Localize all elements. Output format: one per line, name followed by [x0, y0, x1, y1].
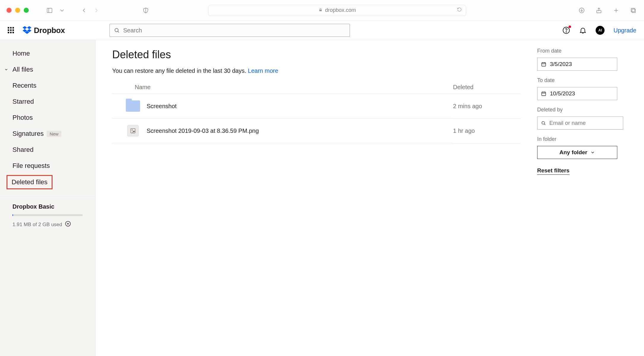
- in-folder-value: Any folder: [559, 149, 587, 156]
- search-input[interactable]: [123, 27, 345, 34]
- chevron-down-icon[interactable]: [58, 6, 66, 15]
- column-header-name[interactable]: Name: [112, 81, 453, 94]
- plan-summary: Dropbox Basic 1.91 MB of 2 GB used: [0, 197, 95, 235]
- to-date-label: To date: [537, 77, 633, 84]
- reload-icon[interactable]: [457, 7, 462, 13]
- upgrade-link[interactable]: Upgrade: [613, 27, 636, 34]
- window-minimize-button[interactable]: [15, 8, 20, 13]
- deleted-time: 2 mins ago: [453, 94, 521, 119]
- to-date-input[interactable]: 10/5/2023: [537, 87, 617, 100]
- from-date-input[interactable]: 3/5/2023: [537, 58, 617, 71]
- global-search[interactable]: [110, 24, 350, 37]
- svg-line-29: [544, 124, 545, 125]
- page-subtitle: You can restore any file deleted in the …: [112, 67, 521, 74]
- sidebar-item-file-requests[interactable]: File requests: [0, 158, 95, 174]
- chevron-down-icon: [590, 150, 595, 155]
- calendar-icon: [541, 62, 546, 67]
- sidebar-item-recents[interactable]: Recents: [0, 78, 95, 94]
- calendar-icon: [541, 91, 546, 96]
- dropbox-logo[interactable]: Dropbox: [23, 26, 65, 35]
- app-header: Dropbox AI Upgrade: [0, 21, 644, 40]
- address-bar[interactable]: dropbox.com: [208, 5, 466, 16]
- avatar[interactable]: AI: [596, 26, 605, 35]
- search-icon: [541, 120, 546, 126]
- learn-more-link[interactable]: Learn more: [248, 67, 278, 74]
- sidebar-item-label: All files: [12, 66, 33, 73]
- svg-line-12: [118, 31, 119, 33]
- folder-icon: [126, 100, 140, 112]
- from-date-value: 3/5/2023: [550, 61, 572, 67]
- deleted-by-input[interactable]: [537, 116, 623, 130]
- svg-point-14: [566, 32, 567, 32]
- deleted-time: 1 hr ago: [453, 119, 521, 143]
- back-button[interactable]: [80, 6, 88, 15]
- new-tab-icon[interactable]: [612, 6, 620, 15]
- file-name: Screenshot 2019-09-03 at 8.36.59 PM.png: [147, 127, 259, 134]
- help-icon[interactable]: [562, 26, 570, 34]
- storage-bar: [12, 214, 83, 216]
- svg-rect-9: [632, 9, 635, 12]
- column-header-deleted[interactable]: Deleted: [453, 81, 521, 94]
- app-launcher-icon[interactable]: [8, 27, 14, 34]
- image-file-icon: [127, 125, 139, 136]
- forward-button[interactable]: [92, 6, 101, 15]
- deleted-files-table: Name Deleted Screenshot 2 mins ago: [112, 81, 521, 144]
- sidebar-item-starred[interactable]: Starred: [0, 94, 95, 110]
- deleted-by-field[interactable]: [549, 120, 619, 126]
- sidebar-item-all-files[interactable]: All files: [0, 62, 95, 78]
- from-date-label: From date: [537, 48, 633, 54]
- filter-panel: From date 3/5/2023 To date 10/5/2023 Del…: [537, 40, 644, 356]
- shield-icon[interactable]: [142, 6, 150, 15]
- window-close-button[interactable]: [7, 8, 12, 13]
- table-row[interactable]: Screenshot 2019-09-03 at 8.36.59 PM.png …: [112, 119, 521, 143]
- sidebar-item-label: Signatures: [12, 130, 44, 138]
- new-badge: New: [47, 131, 61, 137]
- sidebar-item-deleted-files[interactable]: Deleted files: [7, 175, 53, 189]
- sidebar-item-photos[interactable]: Photos: [0, 110, 95, 126]
- to-date-value: 10/5/2023: [550, 90, 575, 97]
- svg-point-19: [132, 130, 133, 130]
- plan-name: Dropbox Basic: [12, 203, 83, 210]
- sidebar-item-home[interactable]: Home: [0, 45, 95, 62]
- sidebar: Home All files Recents Starred Photos Si…: [0, 40, 96, 356]
- reset-filters-button[interactable]: Reset filters: [537, 167, 570, 175]
- search-icon: [114, 27, 120, 33]
- in-folder-label: In folder: [537, 136, 633, 142]
- svg-point-28: [542, 122, 545, 124]
- sidebar-item-shared[interactable]: Shared: [0, 142, 95, 158]
- chevron-down-icon[interactable]: [4, 66, 8, 73]
- storage-usage-text: 1.91 MB of 2 GB used: [12, 222, 62, 228]
- svg-rect-10: [631, 8, 635, 12]
- browser-toolbar: dropbox.com: [0, 0, 644, 21]
- sidebar-toggle-icon[interactable]: [45, 6, 54, 15]
- sidebar-item-signatures[interactable]: Signatures New: [0, 126, 95, 142]
- window-controls: [7, 8, 29, 13]
- svg-rect-18: [131, 129, 135, 133]
- dropbox-wordmark: Dropbox: [34, 26, 65, 35]
- svg-rect-0: [47, 8, 52, 12]
- table-row[interactable]: Screenshot 2 mins ago: [112, 94, 521, 119]
- tabs-icon[interactable]: [629, 6, 637, 15]
- deleted-by-label: Deleted by: [537, 107, 633, 113]
- dropbox-glyph-icon: [23, 26, 31, 35]
- address-bar-host: dropbox.com: [325, 7, 356, 13]
- svg-rect-3: [319, 10, 322, 11]
- lock-icon: [318, 7, 323, 13]
- notifications-icon[interactable]: [579, 26, 587, 34]
- share-icon[interactable]: [595, 6, 603, 15]
- downloads-icon[interactable]: [578, 6, 586, 15]
- window-zoom-button[interactable]: [24, 8, 29, 13]
- file-name: Screenshot: [147, 103, 177, 110]
- upgrade-storage-icon[interactable]: [65, 221, 71, 228]
- in-folder-select[interactable]: Any folder: [537, 146, 617, 159]
- svg-point-11: [115, 29, 118, 32]
- svg-rect-24: [542, 92, 546, 96]
- main-content: Deleted files You can restore any file d…: [96, 40, 537, 356]
- page-title: Deleted files: [112, 48, 521, 61]
- svg-rect-20: [542, 63, 546, 66]
- help-notification-dot: [569, 26, 571, 28]
